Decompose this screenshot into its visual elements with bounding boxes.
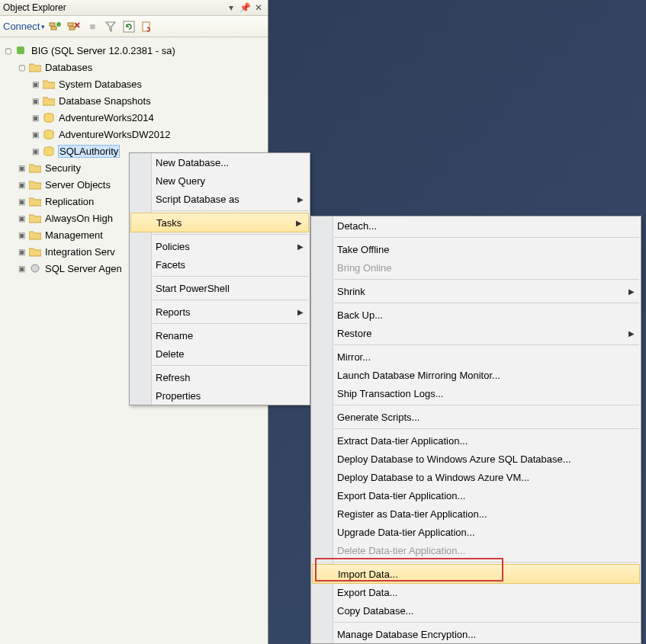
menu-tasks[interactable]: Tasks▶ (130, 213, 309, 232)
submenu-arrow-icon: ▶ (297, 242, 304, 251)
menu-detach[interactable]: Detach... (311, 216, 641, 235)
menu-separator (334, 344, 639, 345)
menu-back-up[interactable]: Back Up... (311, 306, 641, 324)
submenu-arrow-icon: ▶ (628, 287, 635, 296)
folder-icon (29, 196, 41, 207)
submenu-arrow-icon: ▶ (296, 219, 302, 227)
menu-delete-data-tier: Delete Data-tier Application... (311, 541, 641, 559)
tree-db-adventureworks2014[interactable]: ▣AdventureWorks2014 (3, 109, 265, 126)
svg-point-2 (56, 22, 61, 27)
menu-shrink[interactable]: Shrink▶ (311, 282, 641, 300)
folder-icon (43, 95, 55, 106)
submenu-arrow-icon: ▶ (297, 308, 304, 316)
menu-policies[interactable]: Policies▶ (130, 237, 310, 255)
database-icon (43, 146, 55, 156)
svg-rect-7 (17, 46, 24, 54)
svg-point-11 (31, 264, 39, 272)
menu-manage-database-encryption[interactable]: Manage Database Encryption... (311, 625, 641, 643)
menu-separator (153, 323, 308, 324)
refresh-icon[interactable] (121, 19, 137, 34)
highlight-import-data (315, 558, 503, 582)
dropdown-icon[interactable]: ▾ (225, 2, 237, 13)
menu-ship-transaction-logs[interactable]: Ship Transaction Logs... (311, 384, 641, 402)
svg-rect-3 (68, 23, 73, 26)
database-icon (43, 129, 55, 139)
filter-icon[interactable] (103, 19, 118, 34)
tree-database-snapshots[interactable]: ▣Database Snapshots (3, 92, 265, 109)
menu-separator (153, 365, 308, 366)
menu-register-data-tier[interactable]: Register as Data-tier Application... (311, 505, 641, 523)
menu-launch-mirroring-monitor[interactable]: Launch Database Mirroring Monitor... (311, 366, 641, 384)
tree-databases[interactable]: ▢Databases (3, 59, 265, 75)
menu-copy-database[interactable]: Copy Database... (311, 601, 641, 620)
svg-rect-4 (69, 27, 75, 30)
panel-title: Object Explorer (3, 2, 223, 13)
server-icon (15, 45, 27, 56)
menu-generate-scripts[interactable]: Generate Scripts... (311, 408, 641, 426)
folder-icon (29, 162, 41, 173)
connect-server-icon[interactable] (48, 19, 63, 34)
menu-mirror[interactable]: Mirror... (311, 348, 641, 366)
database-icon (43, 112, 55, 123)
panel-header: Object Explorer ▾ 📌 ✕ (0, 0, 268, 16)
app-canvas: Object Explorer ▾ 📌 ✕ Connect▾ ■ ▢BIG (S… (0, 0, 646, 644)
menu-script-database-as[interactable]: Script Database as▶ (130, 190, 310, 208)
folder-icon (29, 179, 41, 190)
menu-export-data-tier[interactable]: Export Data-tier Application... (311, 486, 641, 505)
tree-root[interactable]: ▢BIG (SQL Server 12.0.2381 - sa) (3, 42, 265, 59)
toolbar: Connect▾ ■ (0, 16, 268, 37)
context-menu-database: New Database... New Query Script Databas… (129, 152, 310, 405)
stop-icon[interactable]: ■ (85, 19, 100, 34)
menu-separator (334, 279, 639, 280)
menu-separator (334, 405, 639, 405)
menu-rename[interactable]: Rename (130, 326, 310, 344)
menu-reports[interactable]: Reports▶ (130, 303, 310, 321)
menu-separator (334, 428, 639, 429)
svg-rect-0 (50, 23, 55, 26)
menu-separator (334, 622, 639, 623)
folder-icon (29, 213, 41, 223)
agent-icon (29, 263, 41, 274)
menu-properties[interactable]: Properties (130, 386, 310, 405)
menu-deploy-azure-vm[interactable]: Deploy Database to a Windows Azure VM... (311, 468, 641, 486)
folder-icon (29, 62, 41, 72)
pin-icon[interactable]: 📌 (239, 2, 251, 13)
tree-system-databases[interactable]: ▣System Databases (3, 75, 265, 92)
folder-icon (29, 246, 41, 257)
menu-separator (153, 300, 308, 300)
script-icon[interactable] (140, 19, 155, 34)
menu-restore[interactable]: Restore▶ (311, 324, 641, 342)
svg-rect-6 (143, 22, 149, 31)
disconnect-server-icon[interactable] (66, 19, 82, 34)
submenu-arrow-icon: ▶ (628, 329, 635, 338)
close-icon[interactable]: ✕ (252, 2, 265, 13)
menu-separator (153, 210, 308, 211)
menu-deploy-azure-sql[interactable]: Deploy Database to Windows Azure SQL Dat… (311, 450, 641, 468)
menu-take-offline[interactable]: Take Offline (311, 240, 641, 258)
menu-export-data[interactable]: Export Data... (311, 583, 641, 601)
svg-rect-1 (51, 27, 56, 30)
folder-icon (43, 78, 55, 89)
tree-db-adventureworksdw2012[interactable]: ▣AdventureWorksDW2012 (3, 126, 265, 143)
menu-new-database[interactable]: New Database... (130, 153, 310, 171)
menu-facets[interactable]: Facets (130, 255, 310, 274)
menu-separator (334, 237, 639, 238)
menu-bring-online: Bring Online (311, 258, 641, 277)
folder-icon (29, 229, 41, 240)
menu-new-query[interactable]: New Query (130, 171, 310, 190)
menu-extract-data-tier[interactable]: Extract Data-tier Application... (311, 431, 641, 450)
menu-refresh[interactable]: Refresh (130, 368, 310, 386)
menu-delete[interactable]: Delete (130, 344, 310, 363)
connect-button[interactable]: Connect▾ (3, 21, 45, 32)
menu-upgrade-data-tier[interactable]: Upgrade Data-tier Application... (311, 523, 641, 541)
menu-start-powershell[interactable]: Start PowerShell (130, 279, 310, 297)
menu-separator (334, 303, 639, 303)
submenu-arrow-icon: ▶ (297, 195, 304, 203)
menu-separator (153, 276, 308, 277)
menu-separator (153, 234, 308, 235)
